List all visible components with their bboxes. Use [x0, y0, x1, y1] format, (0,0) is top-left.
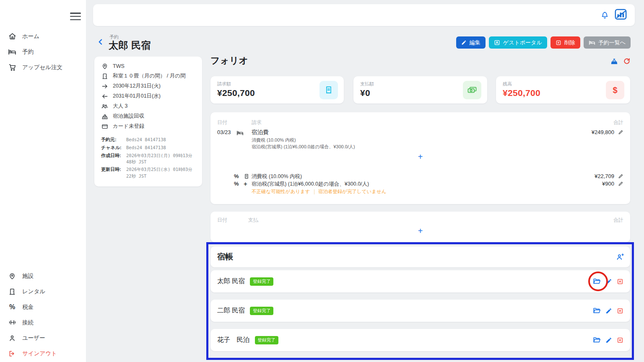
status-badge: 登録完了: [250, 307, 273, 315]
tax-row-lodging: % + 宿泊税(宮城県) (1泊¥6,000.0超の場合、¥300.0/人) ¥…: [210, 181, 630, 187]
paid-amount-value: ¥0: [360, 88, 480, 98]
pencil-icon: [461, 40, 467, 45]
tax-warning: 不正確な可能性があります 宿泊者登録が完了していません: [252, 189, 387, 195]
invoice-amount-card: 請求額 ¥250,700: [210, 76, 344, 103]
tax-row-consumption: % 消費税 (10.00% 内税) ¥22,709: [210, 173, 630, 180]
sidebar-item-sign-out[interactable]: サインアウト: [0, 346, 86, 361]
sidebar-item-connections[interactable]: 接続: [0, 315, 86, 330]
guest-name: 太郎 民宿: [217, 277, 245, 286]
sidebar-item-reservations[interactable]: 予約: [0, 44, 86, 59]
connection-icon: [8, 318, 16, 326]
sidebar-item-label: レンタル: [22, 288, 45, 295]
reservation-list-button[interactable]: 予約一覧へ: [584, 36, 631, 49]
guest-row: 花子 民泊 登録完了: [210, 329, 630, 351]
cart-icon: [8, 63, 16, 71]
guest-row-actions: [593, 336, 623, 344]
payments-date-header: 日付: [217, 217, 227, 224]
arrow-left-icon: [101, 93, 108, 100]
meta-channel: チャネル: Beds24 84147138: [101, 145, 195, 151]
delete-x-square-icon[interactable]: [617, 278, 623, 285]
add-payment-button[interactable]: +: [210, 227, 630, 235]
pencil-icon[interactable]: [605, 337, 612, 344]
pencil-icon[interactable]: [605, 278, 612, 285]
receipt-icon: [319, 81, 338, 99]
pencil-icon[interactable]: [605, 308, 612, 314]
pin-icon: [8, 272, 16, 280]
charges-charge-header: 請求: [252, 119, 262, 126]
booking-info-card: TWS 和室１０畳（月の間） / 月の間 2030年12月31日(火) 2031…: [94, 57, 202, 186]
tax-total: ¥900: [602, 181, 614, 187]
add-guest-icon[interactable]: [616, 253, 624, 261]
home-icon: [8, 32, 16, 40]
plus-icon: +: [244, 180, 247, 187]
charges-total-header: 合計: [613, 119, 623, 126]
card-status-row: カード未登録: [101, 123, 195, 130]
cash-register-icon[interactable]: [610, 57, 618, 65]
back-chevron-icon[interactable]: [96, 38, 105, 46]
hamburger-menu-icon[interactable]: [70, 11, 81, 21]
charge-name: 宿泊費: [252, 129, 269, 136]
sidebar-item-label: アップセル注文: [22, 64, 62, 71]
sidebar-item-users[interactable]: ユーザー: [0, 330, 86, 346]
page-title: 太郎 民宿: [109, 39, 151, 52]
property-name: TWS: [113, 63, 125, 69]
guest-portal-icon: [494, 39, 500, 46]
cash-register-icon: [101, 113, 108, 120]
bed-icon: [589, 39, 595, 46]
charges-table: 日付 請求 合計 03/23 宿泊費 消費税 (10.00% 内税) 宿泊税(宮…: [210, 112, 630, 204]
edit-button[interactable]: 編集: [456, 36, 486, 49]
open-folder-icon[interactable]: [593, 277, 601, 285]
property-row: TWS: [101, 63, 195, 70]
sidebar-item-label: 施設: [22, 272, 34, 280]
balance-value: ¥250,700: [503, 88, 623, 98]
delete-x-square-icon[interactable]: [617, 337, 623, 344]
notifications-bell-icon[interactable]: [600, 11, 609, 20]
charges-date-header: 日付: [217, 119, 227, 126]
booking-meta: 予約元: Beds24 84147138 チャネル: Beds24 841471…: [101, 137, 195, 179]
tax-name: 消費税 (10.00% 内税): [252, 173, 302, 180]
guest-name: 二郎 民宿: [217, 306, 245, 315]
refresh-icon[interactable]: [623, 57, 631, 65]
folio-title: フォリオ: [210, 54, 248, 67]
sidebar-item-label: ユーザー: [22, 334, 45, 342]
guestbook-header: 宿帳: [210, 246, 630, 267]
charge-total-group: ¥249,800: [592, 129, 623, 135]
meta-source: 予約元: Beds24 84147138: [101, 137, 195, 143]
pencil-icon[interactable]: [618, 129, 623, 135]
delete-button[interactable]: 削除: [551, 36, 580, 49]
sidebar-item-rentals[interactable]: レンタル: [0, 284, 86, 299]
checkin-row: 2030年12月31日(火): [101, 83, 195, 90]
door-icon: [8, 288, 16, 295]
charge-tax-note-1: 消費税 (10.00% 内税): [252, 137, 296, 143]
sidebar-item-upsell-orders[interactable]: アップセル注文: [0, 59, 86, 75]
room-row: 和室１０畳（月の間） / 月の間: [101, 72, 195, 80]
percent-icon: %: [8, 304, 16, 310]
status-badge: 登録完了: [250, 277, 273, 286]
open-folder-icon[interactable]: [593, 336, 601, 344]
tax-total-group: ¥900: [602, 181, 623, 187]
open-folder-icon[interactable]: [593, 307, 601, 315]
collection-row: 宿泊施設回収: [101, 113, 195, 120]
paid-amount-label: 支払額: [360, 81, 480, 87]
tax-name: 宿泊税(宮城県) (1泊¥6,000.0超の場合、¥300.0/人): [252, 181, 369, 188]
charge-date: 03/23: [217, 129, 231, 135]
card-status: カード未登録: [113, 123, 145, 130]
bed-icon: [8, 48, 16, 56]
percent-icon: %: [234, 173, 239, 179]
guest-portal-button[interactable]: ゲストポータル: [489, 36, 547, 49]
topbar: [93, 4, 635, 26]
app-logo[interactable]: [614, 8, 628, 22]
sidebar-item-home[interactable]: ホーム: [0, 28, 86, 44]
pencil-icon[interactable]: [618, 173, 623, 179]
pencil-icon[interactable]: [618, 181, 623, 186]
delete-x-square-icon[interactable]: [617, 308, 623, 314]
pin-icon: [101, 63, 108, 70]
charge-tax-note-2: 宿泊税(宮城県) (1泊¥6,000.0超の場合、¥300.0/人): [252, 144, 355, 150]
sidebar-item-taxes[interactable]: % 税金: [0, 299, 86, 315]
door-icon: [101, 73, 108, 80]
bed-icon: [236, 129, 244, 137]
credit-card-icon: [101, 123, 108, 130]
tax-warning-text-2: 宿泊者登録が完了していません: [318, 189, 387, 195]
add-charge-button[interactable]: +: [210, 153, 630, 161]
sidebar-item-properties[interactable]: 施設: [0, 268, 86, 284]
